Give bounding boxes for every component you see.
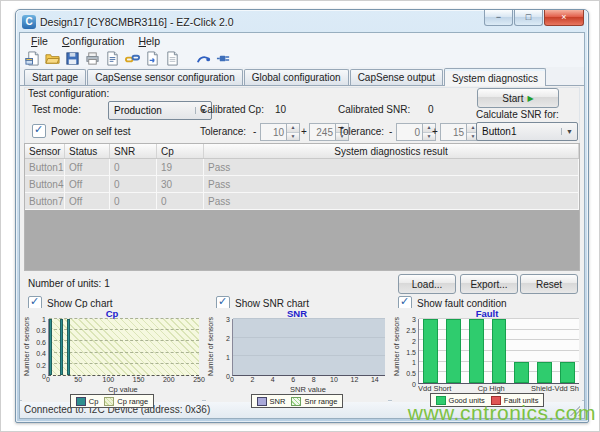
cell-status: Off	[65, 193, 110, 209]
cp-tolerance-plus-sign: +	[301, 126, 307, 137]
show-snr-chart-label: Show SNR chart	[235, 298, 309, 309]
snr-tolerance-minus-spinner[interactable]: 0 ▲▼	[396, 123, 436, 141]
menu-configuration[interactable]: Configuration	[55, 34, 131, 48]
start-button[interactable]: Start ▶	[477, 88, 559, 108]
cp-y-ticks: 00.20.40.60.81	[31, 319, 48, 376]
close-button[interactable]: ×	[544, 10, 584, 26]
reset-button[interactable]: Reset	[520, 274, 578, 294]
document-icon[interactable]	[164, 50, 181, 66]
cp-tolerance-minus-value[interactable]: 10	[261, 124, 286, 140]
cell-sensor: Button7	[25, 193, 65, 209]
snr-y-ticks: 0123	[215, 319, 232, 376]
menu-help[interactable]: Help	[131, 34, 167, 48]
load-button[interactable]: Load...	[398, 274, 456, 294]
tab-start-page[interactable]: Start page	[24, 69, 86, 85]
save-icon[interactable]	[64, 50, 81, 66]
menu-bar: File Configuration Help	[20, 33, 584, 49]
cell-cp: 0	[157, 193, 204, 209]
calibrated-cp-value: 10	[275, 104, 286, 115]
snr-plot-area	[232, 319, 385, 376]
cell-sensor: Button4	[25, 176, 65, 192]
maximize-button[interactable]: □	[514, 10, 543, 26]
cp-legend-label: Cp	[89, 397, 99, 406]
fault-category-label: Vdd Short	[418, 384, 451, 393]
snr-tolerance-plus-sign: +	[432, 126, 438, 137]
cp-x-axis-label: Cp value	[22, 385, 202, 394]
snr-tolerance-minus-sign: -	[389, 126, 392, 137]
cp-chart: Cp Number of sensors 00.20.40.60.81 0501…	[22, 308, 202, 402]
minimize-button[interactable]: −	[484, 10, 513, 26]
tab-capsense-output[interactable]: CapSense output	[350, 69, 443, 85]
cp-y-axis-label: Number of sensors	[22, 319, 31, 376]
test-mode-value: Production	[109, 105, 195, 116]
app-window: C Design17 [CY8CMBR3116] - EZ-Click 2.0 …	[15, 9, 589, 423]
diagnostics-table: Sensor Status SNR Cp System diagnostics …	[24, 143, 580, 271]
power-on-self-test-checkbox[interactable]	[32, 124, 46, 138]
export-icon[interactable]	[144, 50, 161, 66]
col-result: System diagnostics result	[204, 144, 579, 158]
window-title: Design17 [CY8CMBR3116] - EZ-Click 2.0	[40, 16, 483, 28]
col-sensor: Sensor	[25, 144, 65, 158]
disconnect-icon[interactable]	[215, 50, 232, 66]
tab-capsense-sensor-configuration[interactable]: CapSense sensor configuration	[87, 69, 243, 85]
connect-icon[interactable]	[195, 50, 212, 66]
cp-tolerance-label: Tolerance:	[200, 126, 246, 137]
spinner-arrows-icon[interactable]: ▲▼	[286, 124, 299, 140]
play-icon: ▶	[527, 94, 533, 103]
col-status: Status	[65, 144, 110, 158]
cell-snr: 0	[110, 193, 157, 209]
toolbar	[20, 49, 584, 67]
fault-y-axis-label: Number of sensors	[392, 319, 401, 384]
start-button-label: Start	[502, 93, 523, 104]
snr-legend-swatch	[257, 397, 267, 406]
print-icon[interactable]	[84, 50, 101, 66]
snr-legend: SNR Snr range	[251, 394, 344, 408]
table-row[interactable]: Button7 Off 0 0 Pass	[25, 193, 579, 210]
calibrated-cp-label: Calibrated Cp:	[200, 104, 264, 115]
power-on-self-test-label: Power on self test	[51, 126, 130, 137]
snr-x-axis-label: SNR value	[206, 385, 388, 394]
app-icon: C	[22, 15, 36, 29]
new-design-icon[interactable]	[24, 50, 41, 66]
fault-plot-area	[418, 319, 579, 384]
cp-tolerance-minus-spinner[interactable]: 10 ▲▼	[260, 123, 300, 141]
table-row[interactable]: Button1 Off 0 19 Pass	[25, 159, 579, 176]
cell-result: Pass	[204, 176, 579, 192]
cp-legend: Cp Cp range	[70, 394, 154, 408]
cell-result: Pass	[204, 193, 579, 209]
watermark: www.cntronics.com	[408, 401, 596, 425]
cp-range-legend-swatch	[104, 397, 114, 406]
snr-tolerance-minus-value[interactable]: 0	[397, 124, 422, 140]
test-mode-select[interactable]: Production ▼	[108, 101, 212, 120]
table-header-row: Sensor Status SNR Cp System diagnostics …	[25, 144, 579, 159]
link-icon[interactable]	[124, 50, 141, 66]
cp-x-ticks: 050100150200250	[48, 376, 199, 385]
cell-cp: 30	[157, 176, 204, 192]
export-button[interactable]: Export...	[460, 274, 518, 294]
tab-system-diagnostics[interactable]: System diagnostics	[444, 68, 546, 86]
calculate-snr-for-select[interactable]: Button1 ▼	[476, 122, 578, 141]
cp-plot-area	[48, 319, 199, 376]
title-bar[interactable]: C Design17 [CY8CMBR3116] - EZ-Click 2.0 …	[16, 10, 588, 32]
charts-row: Cp Number of sensors 00.20.40.60.81 0501…	[22, 308, 582, 402]
system-diagnostics-page: Test configuration: Test mode: Productio…	[20, 85, 584, 400]
cell-status: Off	[65, 159, 110, 175]
open-icon[interactable]	[44, 50, 61, 66]
snr-tolerance-plus-value[interactable]: 15	[441, 124, 466, 140]
snr-y-axis-label: Number of sensors	[206, 319, 215, 376]
cell-snr: 0	[110, 159, 157, 175]
tab-strip: Start page CapSense sensor configuration…	[20, 67, 584, 85]
snr-tolerance-plus-spinner[interactable]: 15 ▲▼	[440, 123, 480, 141]
cell-cp: 19	[157, 159, 204, 175]
cp-tolerance-minus-sign: -	[253, 126, 256, 137]
tab-global-configuration[interactable]: Global configuration	[244, 69, 349, 85]
cell-sensor: Button1	[25, 159, 65, 175]
report-icon[interactable]	[104, 50, 121, 66]
menu-file[interactable]: File	[24, 34, 55, 48]
calculate-snr-for-label: Calculate SNR for:	[476, 109, 559, 120]
table-row[interactable]: Button4 Off 0 30 Pass	[25, 176, 579, 193]
cp-tolerance-plus-value[interactable]: 245	[310, 124, 335, 140]
snr-chart: SNR Number of sensors 0123 02468101214 S…	[206, 308, 388, 402]
snr-tolerance-label: Tolerance:	[338, 126, 384, 137]
fault-y-ticks: 00.511.522.53	[401, 319, 418, 384]
